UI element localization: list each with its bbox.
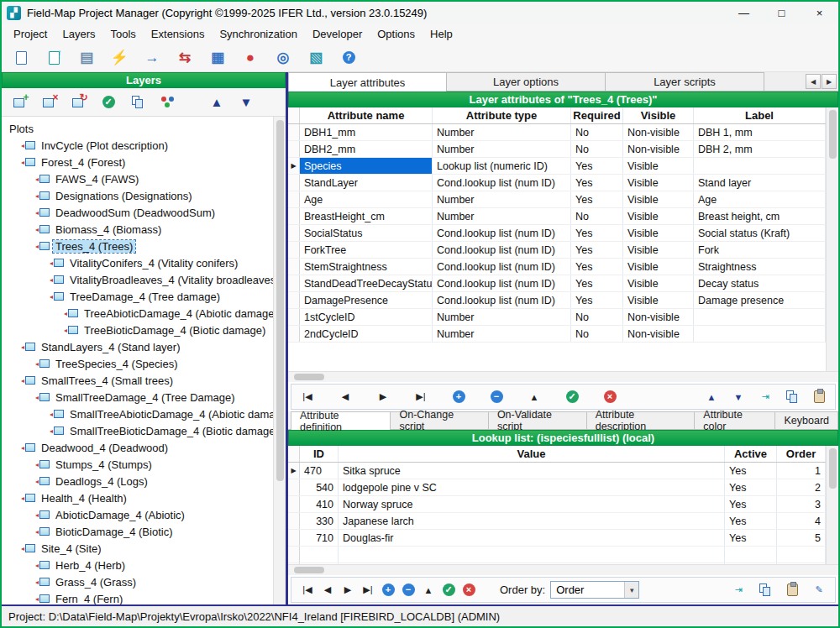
export-project-icon[interactable]: → — [143, 49, 161, 67]
tab-attribute-description[interactable]: Attribute description — [587, 411, 696, 429]
column-header[interactable]: Required — [571, 107, 623, 123]
import-lookup-icon[interactable]: ⇥ — [731, 581, 746, 599]
tree-item[interactable]: ◂TreeAbioticDamage_4 (Abiotic damage) — [2, 305, 273, 322]
lookup-row[interactable]: 710Douglas-firYes5 — [288, 530, 826, 547]
paste-lookup-icon[interactable] — [785, 581, 800, 599]
attribute-row[interactable]: StandDeadTreeDecayStatusCond.lookup list… — [288, 275, 826, 292]
tab-layer-attributes[interactable]: Layer attributes — [288, 72, 447, 92]
insert-record-button[interactable]: + — [381, 581, 396, 599]
tree-item[interactable]: ◂Forest_4 (Forest) — [2, 154, 273, 170]
attributes-scrollbar[interactable] — [826, 107, 838, 371]
tree-item[interactable]: ◂Biomass_4 (Biomass) — [2, 221, 273, 238]
maximize-button[interactable]: □ — [763, 2, 801, 24]
refresh-layer-icon[interactable]: ↻ — [69, 92, 89, 113]
tab-attribute-definition[interactable]: Attribute definition — [291, 411, 391, 430]
apply-layers-icon[interactable]: ✓ — [98, 92, 118, 113]
attribute-row[interactable]: SocialStatusCond.lookup list (num ID)Yes… — [288, 225, 826, 242]
new-project-icon[interactable] — [12, 49, 30, 67]
prior-record-button[interactable]: ◀ — [338, 388, 353, 406]
column-header[interactable]: ID — [300, 446, 339, 462]
tab-on-change-script[interactable]: On-Change script — [391, 411, 488, 429]
tree-item[interactable]: ◂VitalityBroadleaves_4 (Vitality broadle… — [2, 271, 273, 288]
delete-layer-icon[interactable]: × — [39, 92, 60, 113]
tree-item[interactable]: ◂SmallTreeDamage_4 (Tree Damage) — [2, 389, 273, 406]
target-icon[interactable]: ◎ — [274, 49, 292, 67]
menu-developer[interactable]: Developer — [305, 24, 370, 44]
tab-layer-options[interactable]: Layer options — [447, 72, 606, 91]
tree-item[interactable]: ◂Health_4 (Health) — [2, 489, 273, 506]
last-record-button[interactable]: ▶| — [360, 581, 375, 599]
tree-item[interactable]: ◂Herb_4 (Herb) — [2, 557, 273, 573]
attributes-hscrollbar-thumb[interactable] — [294, 374, 324, 380]
tree-item[interactable]: ◂Stumps_4 (Stumps) — [2, 456, 273, 473]
open-project-icon[interactable]: ↑ — [45, 49, 63, 67]
tree-item[interactable]: ◂Grass_4 (Grass) — [2, 573, 273, 590]
next-record-button[interactable]: ▶ — [340, 581, 355, 599]
post-record-button[interactable]: ✓ — [564, 388, 580, 406]
copy-lookup-icon[interactable] — [758, 581, 773, 599]
cancel-record-button[interactable]: × — [461, 581, 476, 599]
tree-scrollbar[interactable] — [273, 117, 286, 604]
lookup-hscrollbar-thumb[interactable] — [294, 567, 324, 573]
menu-options[interactable]: Options — [370, 24, 423, 44]
import-attributes-icon[interactable]: ⇥ — [758, 388, 773, 406]
attribute-row[interactable]: ▶SpeciesLookup list (numeric ID)YesVisib… — [288, 158, 826, 175]
tree-item[interactable]: Plots — [2, 120, 273, 137]
delete-record-button[interactable]: − — [489, 388, 504, 406]
run-project-icon[interactable]: ⚡ — [110, 49, 129, 67]
move-layer-up-icon[interactable]: ▲ — [207, 92, 227, 113]
lookup-hscrollbar[interactable] — [288, 564, 838, 575]
close-button[interactable]: × — [801, 2, 838, 24]
tree-item[interactable]: ◂Trees_4 (Trees) — [2, 238, 273, 254]
attribute-row[interactable]: AgeNumberYesVisibleAge — [288, 191, 826, 208]
attributes-hscrollbar[interactable] — [288, 371, 838, 382]
layer-tables-icon[interactable]: ▦ — [208, 49, 227, 67]
menu-layers[interactable]: Layers — [55, 24, 102, 44]
attribute-row[interactable]: StemStraightnessCond.lookup list (num ID… — [288, 259, 826, 275]
tree-item[interactable]: ◂Designations (Designations) — [2, 187, 273, 204]
attribute-row[interactable]: 1stCycleIDNumberNoNon-visible — [288, 309, 826, 326]
next-record-button[interactable]: ▶ — [375, 388, 391, 406]
attribute-row[interactable]: ForkTreeCond.lookup list (num ID)YesVisi… — [288, 242, 826, 259]
paste-attributes-icon[interactable] — [811, 388, 827, 406]
lookup-row[interactable]: 540lodgepole pine v SCYes2 — [288, 479, 826, 496]
lookup-row[interactable]: 330Japanese larchYes4 — [288, 513, 826, 530]
order-by-select[interactable]: Order▾ — [550, 581, 639, 599]
move-layer-down-icon[interactable]: ▼ — [236, 92, 256, 113]
menu-synchronization[interactable]: Synchronization — [212, 24, 305, 44]
data-table-icon[interactable]: ▧ — [307, 49, 325, 67]
last-record-button[interactable]: ▶| — [413, 388, 428, 406]
layer-colors-icon[interactable] — [157, 92, 177, 113]
menu-tools[interactable]: Tools — [103, 24, 144, 44]
tab-layer-scripts[interactable]: Layer scripts — [606, 72, 764, 91]
edit-record-button[interactable]: ▲ — [421, 581, 436, 599]
copy-layer-icon[interactable] — [128, 92, 148, 113]
help-icon[interactable]: ? — [339, 49, 358, 67]
tree-item[interactable]: ◂Deadlogs_4 (Logs) — [2, 473, 273, 489]
column-header[interactable]: Active — [725, 446, 777, 462]
first-record-button[interactable]: |◀ — [300, 388, 315, 406]
tree-item[interactable]: ◂SmallTreeAbioticDamage_4 (Abiotic damag… — [2, 406, 273, 422]
attribute-row[interactable]: DBH1_mmNumberNoNon-visibleDBH 1, mm — [288, 124, 826, 141]
lookup-scrollbar-thumb[interactable] — [829, 448, 837, 489]
tab-on-validate-script[interactable]: On-Validate script — [489, 411, 587, 429]
edit-lookup-icon[interactable]: ✎ — [811, 581, 827, 599]
attribute-row[interactable]: BreastHeight_cmNumberNoVisibleBreast hei… — [288, 208, 826, 225]
tree-item[interactable]: ◂SmallTrees_4 (Small trees) — [2, 372, 273, 389]
edit-record-button[interactable]: ▲ — [527, 388, 542, 406]
copy-attributes-icon[interactable] — [785, 388, 800, 406]
tree-item[interactable]: ◂BioticDamage_4 (Biotic) — [2, 523, 273, 540]
post-record-button[interactable]: ✓ — [441, 581, 456, 599]
tree-item[interactable]: ◂Deadwood_4 (Deadwood) — [2, 439, 273, 456]
move-attribute-down-button[interactable]: ▼ — [731, 388, 746, 406]
move-attribute-up-button[interactable]: ▲ — [704, 388, 719, 406]
tab-scroll-left[interactable]: ◀ — [806, 74, 821, 89]
attribute-row[interactable]: DBH2_mmNumberNoNon-visibleDBH 2, mm — [288, 141, 826, 158]
lookup-row[interactable]: ▶470Sitka spruceYes1 — [288, 463, 826, 479]
menu-project[interactable]: Project — [6, 24, 55, 44]
column-header[interactable]: Label — [694, 107, 826, 123]
tab-keyboard[interactable]: Keyboard — [775, 411, 838, 429]
column-header[interactable]: Value — [339, 446, 725, 462]
minimize-button[interactable]: — — [725, 2, 763, 24]
column-header[interactable]: Order — [777, 446, 826, 462]
